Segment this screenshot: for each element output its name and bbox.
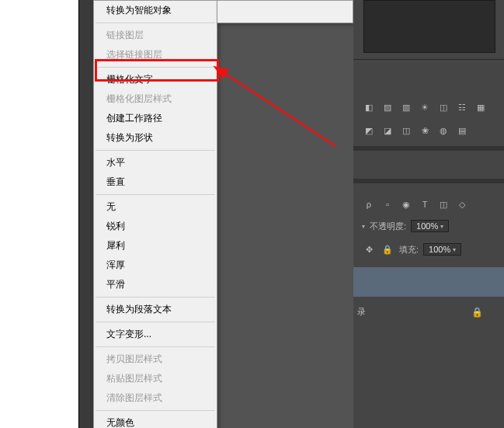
menu-paste-style: 粘贴图层样式 — [94, 369, 217, 388]
menu-convert-smart[interactable]: 转换为智能对象 — [94, 1, 217, 20]
eye-icon[interactable]: ◉ — [399, 198, 413, 211]
layer-row-selected[interactable] — [353, 267, 504, 297]
separator — [96, 410, 215, 411]
layer-name-partial[interactable]: 录 — [357, 306, 366, 318]
adjustment-icon[interactable]: ☷ — [455, 101, 469, 113]
separator — [96, 150, 215, 151]
panel-divider — [353, 179, 504, 183]
separator — [96, 67, 215, 68]
menu-paragraph[interactable]: 转换为段落文本 — [94, 300, 217, 319]
menu-link-layers: 链接图层 — [94, 26, 217, 45]
adjustment-icon[interactable]: ▤ — [455, 124, 469, 137]
submenu-flyout — [217, 0, 353, 23]
adjustment-icon[interactable]: ▨ — [381, 101, 395, 113]
separator — [96, 322, 215, 322]
menu-aa-crisp[interactable]: 犀利 — [94, 236, 217, 256]
menu-vertical[interactable]: 垂直 — [94, 172, 217, 192]
chevron-down-icon[interactable]: ▾ — [362, 223, 365, 230]
adjustment-icon[interactable]: ▦ — [474, 101, 488, 113]
right-panels — [353, 0, 504, 428]
adjustment-icon[interactable]: ◫ — [399, 124, 413, 137]
layer-icon[interactable]: ▫ — [381, 198, 395, 211]
shape-icon[interactable]: ◫ — [436, 198, 450, 211]
menu-copy-style: 拷贝图层样式 — [94, 350, 217, 369]
separator — [96, 346, 215, 347]
smart-icon[interactable]: ◇ — [455, 198, 469, 211]
menu-horizontal[interactable]: 水平 — [94, 153, 217, 172]
panel-divider — [353, 146, 504, 151]
opacity-label: 不透明度: — [370, 221, 406, 232]
adjustment-icon[interactable]: ◩ — [362, 124, 376, 137]
filter-icon[interactable]: ρ — [362, 198, 376, 211]
workspace-gap — [79, 0, 93, 428]
menu-create-path[interactable]: 创建工作路径 — [94, 109, 217, 128]
navigator-thumbnail[interactable] — [363, 0, 495, 53]
type-icon[interactable]: T — [418, 198, 432, 211]
menu-clear-style: 清除图层样式 — [94, 388, 217, 408]
adjustment-icon[interactable]: ▥ — [399, 101, 413, 113]
lock-icon: 🔒 — [471, 307, 483, 318]
separator — [96, 297, 215, 298]
separator — [96, 194, 215, 195]
menu-rasterize-style: 栅格化图层样式 — [94, 89, 217, 109]
fill-label: 填充: — [399, 244, 419, 256]
fill-value[interactable]: 100%▾ — [423, 243, 461, 256]
panel-divider — [353, 59, 504, 60]
menu-convert-shape[interactable]: 转换为形状 — [94, 128, 217, 148]
menu-aa-strong[interactable]: 浑厚 — [94, 256, 217, 275]
adjustment-icon[interactable]: ❀ — [418, 124, 432, 137]
menu-no-color[interactable]: 无颜色 — [94, 413, 217, 428]
menu-aa-none[interactable]: 无 — [94, 197, 217, 217]
adjustment-icon[interactable]: ◪ — [381, 124, 395, 137]
menu-rasterize-type[interactable]: 栅格化文字 — [94, 70, 217, 89]
adjustment-icon[interactable]: ☀ — [418, 101, 432, 113]
menu-aa-sharp[interactable]: 锐利 — [94, 217, 217, 236]
move-icon[interactable]: ✥ — [362, 243, 376, 256]
chevron-down-icon: ▾ — [440, 223, 443, 230]
svg-line-0 — [223, 72, 335, 146]
menu-select-linked: 选择链接图层 — [94, 45, 217, 64]
layer-context-menu: 转换为智能对象 链接图层 选择链接图层 栅格化文字 栅格化图层样式 创建工作路径… — [93, 0, 217, 428]
menu-warp-text[interactable]: 文字变形... — [94, 325, 217, 344]
chevron-down-icon: ▾ — [453, 246, 456, 253]
lock-icon[interactable]: 🔒 — [381, 243, 395, 256]
annotation-arrow — [211, 61, 359, 162]
adjustment-icon[interactable]: ◫ — [436, 101, 450, 113]
separator — [96, 23, 215, 23]
adjustment-icon[interactable]: ◧ — [362, 101, 376, 113]
menu-aa-smooth[interactable]: 平滑 — [94, 275, 217, 294]
adjustment-icon[interactable]: ◍ — [436, 124, 450, 137]
canvas-area — [0, 0, 79, 428]
opacity-value[interactable]: 100%▾ — [411, 220, 449, 232]
